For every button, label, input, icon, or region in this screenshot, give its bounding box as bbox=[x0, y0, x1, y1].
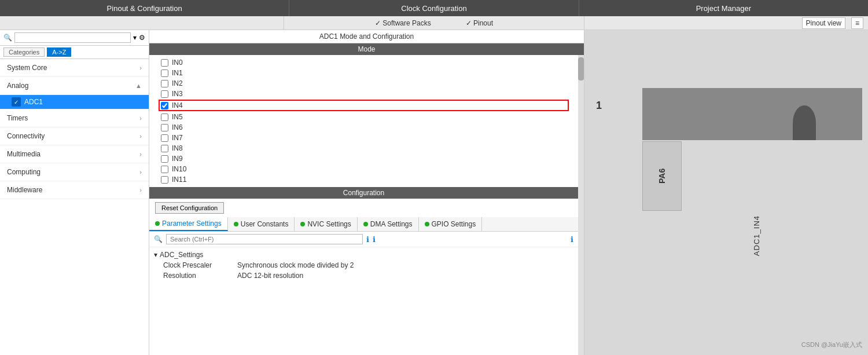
search-icon: 🔍 bbox=[3, 34, 12, 42]
chevron-right-icon-6: › bbox=[139, 186, 142, 193]
center-scrollbar[interactable] bbox=[578, 55, 584, 355]
pin-pa6[interactable]: PA6 bbox=[642, 141, 682, 211]
tab-dma-label: DMA Settings bbox=[370, 220, 413, 228]
software-packs-link[interactable]: ✓ Software Packs bbox=[375, 19, 431, 27]
checkbox-in5[interactable]: IN5 bbox=[149, 112, 578, 122]
sidebar-item-system-core[interactable]: System Core › bbox=[0, 59, 149, 77]
settings-group-label: ADC_Settings bbox=[160, 251, 203, 259]
dropdown-arrow[interactable]: ▾ bbox=[133, 34, 137, 42]
pinout-link[interactable]: ✓ Pinout bbox=[466, 19, 493, 27]
right-panel: 1 PA2 PA3 PA4 PA5 PA6 ADC1_IN4 CSDN @Jia… bbox=[584, 30, 868, 355]
tab-user-constants[interactable]: User Constants bbox=[228, 217, 295, 231]
mode-header: Mode bbox=[149, 43, 584, 55]
settings-icon[interactable]: ⚙ bbox=[139, 34, 145, 42]
search-input[interactable] bbox=[14, 32, 131, 43]
checkbox-in0[interactable]: IN0 bbox=[149, 57, 578, 68]
nav-clock[interactable]: Clock Configuration bbox=[289, 0, 579, 16]
pin-thumb bbox=[793, 105, 816, 140]
checkbox-in0-input[interactable] bbox=[161, 59, 168, 67]
checkbox-in7[interactable]: IN7 bbox=[149, 133, 578, 143]
checkbox-in8-input[interactable] bbox=[161, 145, 168, 152]
sidebar-item-adc1[interactable]: ✓ ADC1 bbox=[0, 95, 149, 109]
resolution-value: ADC 12-bit resolution bbox=[237, 272, 303, 280]
tab-az[interactable]: A->Z bbox=[47, 47, 71, 57]
top-nav: Pinout & Configuration Clock Configurati… bbox=[0, 0, 868, 16]
sidebar-item-multimedia[interactable]: Multimedia › bbox=[0, 145, 149, 163]
checkbox-in4[interactable]: IN4 bbox=[159, 100, 569, 111]
system-core-label: System Core bbox=[7, 64, 47, 72]
chevron-right-icon-2: › bbox=[139, 115, 142, 122]
pinout-view-button[interactable]: Pinout view bbox=[802, 17, 845, 29]
label-in2: IN2 bbox=[172, 79, 183, 87]
tab-categories[interactable]: Categories bbox=[3, 47, 45, 57]
checkbox-in1-input[interactable] bbox=[161, 69, 168, 77]
checkbox-in8[interactable]: IN8 bbox=[149, 143, 578, 153]
nav-project[interactable]: Project Manager bbox=[579, 0, 868, 16]
checkbox-in11[interactable]: IN11 bbox=[149, 174, 578, 185]
menu-button[interactable]: ≡ bbox=[851, 17, 863, 29]
checkbox-in9-input[interactable] bbox=[161, 155, 168, 163]
nav-pinout[interactable]: Pinout & Configuration bbox=[0, 0, 289, 16]
watermark-text: CSDN @JiaYu嵌入式 bbox=[801, 341, 862, 349]
checkbox-in11-input[interactable] bbox=[161, 176, 168, 184]
checkbox-in10[interactable]: IN10 bbox=[149, 164, 578, 174]
computing-label: Computing bbox=[7, 168, 41, 176]
sidebar-item-middleware[interactable]: Middleware › bbox=[0, 181, 149, 199]
tab-dma-settings[interactable]: DMA Settings bbox=[358, 217, 419, 231]
label-in6: IN6 bbox=[172, 123, 183, 131]
timers-label: Timers bbox=[7, 114, 28, 122]
checkbox-in1[interactable]: IN1 bbox=[149, 68, 578, 78]
sidebar-item-connectivity[interactable]: Connectivity › bbox=[0, 127, 149, 145]
info-circle-icon[interactable]: ℹ bbox=[571, 235, 573, 244]
tab-nvic-label: NVIC Settings bbox=[307, 220, 351, 228]
sub-nav-right: Pinout view ≡ bbox=[584, 16, 868, 30]
checkbox-in6-input[interactable] bbox=[161, 124, 168, 131]
sub-nav-left bbox=[0, 16, 284, 30]
config-tabs: Parameter Settings User Constants NVIC S… bbox=[149, 217, 578, 232]
adc1-check-icon: ✓ bbox=[12, 97, 21, 107]
adc1-label: ADC1 bbox=[24, 98, 43, 106]
checkbox-in2[interactable]: IN2 bbox=[149, 78, 578, 89]
settings-search-input[interactable] bbox=[166, 234, 363, 244]
dot-icon-dma bbox=[363, 222, 368, 226]
sidebar-item-timers[interactable]: Timers › bbox=[0, 109, 149, 127]
center-panel: ADC1 Mode and Configuration Mode IN0 IN1 bbox=[149, 30, 584, 355]
sidebar-search-area: 🔍 ▾ ⚙ bbox=[0, 30, 149, 46]
label-in4: IN4 bbox=[172, 101, 183, 109]
connectivity-label: Connectivity bbox=[7, 132, 45, 140]
tab-parameter-settings[interactable]: Parameter Settings bbox=[149, 217, 228, 231]
checkbox-in2-input[interactable] bbox=[161, 80, 168, 87]
settings-group-header: ▾ ADC_Settings bbox=[154, 250, 573, 260]
chip-top-area bbox=[642, 88, 862, 140]
dot-icon-gpio bbox=[425, 222, 429, 226]
sidebar-item-computing[interactable]: Computing › bbox=[0, 163, 149, 181]
chip-area: 1 PA2 PA3 PA4 PA5 PA6 ADC1_IN4 CSDN @Jia… bbox=[584, 30, 868, 355]
center-title: ADC1 Mode and Configuration bbox=[149, 30, 584, 43]
sub-nav-center: ✓ Software Packs ✓ Pinout bbox=[284, 16, 584, 30]
center-scroll-content: IN0 IN1 IN2 IN3 bbox=[149, 55, 578, 355]
checkbox-in7-input[interactable] bbox=[161, 134, 168, 142]
dot-icon-user bbox=[234, 222, 238, 226]
info-icon-right[interactable]: ℹ bbox=[373, 235, 376, 244]
tab-parameter-label: Parameter Settings bbox=[162, 219, 222, 228]
tab-gpio-settings[interactable]: GPIO Settings bbox=[419, 217, 483, 231]
label-in9: IN9 bbox=[172, 155, 183, 163]
checkbox-in6[interactable]: IN6 bbox=[149, 122, 578, 133]
settings-row-resolution: Resolution ADC 12-bit resolution bbox=[154, 270, 573, 281]
reset-config-button[interactable]: Reset Configuration bbox=[155, 202, 224, 214]
sidebar: 🔍 ▾ ⚙ Categories A->Z System Core › Anal… bbox=[0, 30, 149, 355]
tab-nvic-settings[interactable]: NVIC Settings bbox=[295, 217, 357, 231]
chevron-right-icon: › bbox=[139, 64, 142, 71]
sidebar-items: System Core › Analog ▲ ✓ ADC1 Timers › C… bbox=[0, 59, 149, 355]
checkbox-in3[interactable]: IN3 bbox=[149, 89, 578, 99]
scrollbar-thumb[interactable] bbox=[578, 57, 584, 80]
clock-prescaler-label: Clock Prescaler bbox=[163, 261, 233, 269]
checkbox-in4-input[interactable] bbox=[161, 102, 168, 109]
checkbox-in9[interactable]: IN9 bbox=[149, 153, 578, 164]
checkbox-in10-input[interactable] bbox=[161, 166, 168, 173]
sidebar-item-analog[interactable]: Analog ▲ bbox=[0, 77, 149, 95]
checkbox-in5-input[interactable] bbox=[161, 114, 168, 121]
checkbox-in3-input[interactable] bbox=[161, 90, 168, 98]
label-in11: IN11 bbox=[172, 175, 186, 184]
info-icon-left[interactable]: ℹ bbox=[366, 235, 369, 244]
